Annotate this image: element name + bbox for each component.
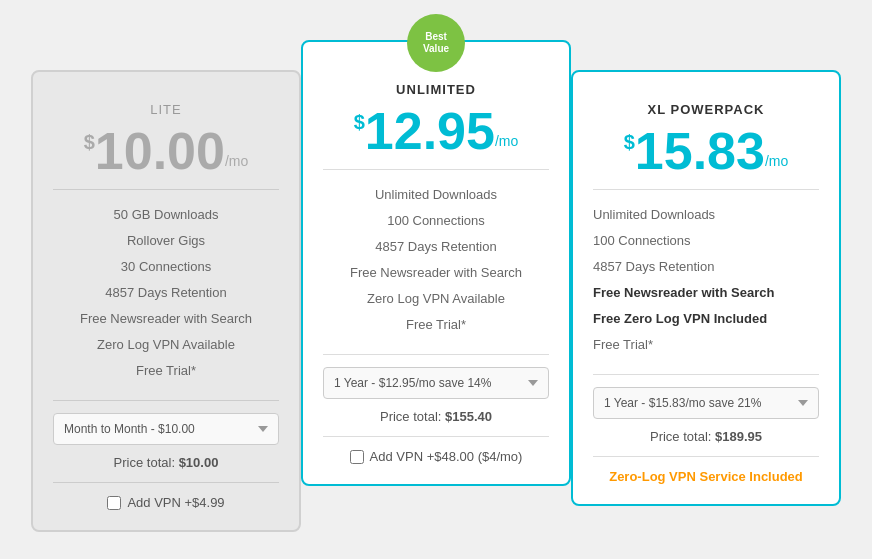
plan-name: LITE [53,102,279,117]
plan-dropdown[interactable]: 1 Year - $15.83/mo save 21% [593,387,819,419]
feature-item: 4857 Days Retention [593,254,819,280]
feature-item: 100 Connections [323,208,549,234]
price-row: $ 10.00 /mo [53,125,279,177]
price-main: 12.95 [365,105,495,157]
price-total-value: $155.40 [445,409,492,424]
best-value-line2: Value [423,43,449,55]
price-dollar: $ [84,131,95,154]
divider-2 [53,400,279,401]
divider [323,169,549,170]
vpn-addon-label: Add VPN +$48.00 ($4/mo) [370,449,523,464]
pricing-container: LITE $ 10.00 /mo 50 GB DownloadsRollover… [0,0,872,559]
feature-item: Free Newsreader with Search [323,260,549,286]
plan-card-xl: XL POWERPACK $ 15.83 /mo Unlimited Downl… [571,70,841,506]
vpn-included-label: Zero-Log VPN Service Included [593,469,819,484]
feature-item: Free Newsreader with Search [53,306,279,332]
price-row: $ 12.95 /mo [323,105,549,157]
price-main: 10.00 [95,125,225,177]
features-list: 50 GB DownloadsRollover Gigs30 Connectio… [53,202,279,384]
price-total-value: $189.95 [715,429,762,444]
divider-3 [53,482,279,483]
feature-item: Unlimited Downloads [323,182,549,208]
best-value-badge: Best Value [407,14,465,72]
price-period: /mo [765,153,788,169]
divider [53,189,279,190]
plan-dropdown[interactable]: Month to Month - $10.00 [53,413,279,445]
price-main: 15.83 [635,125,765,177]
price-dollar: $ [354,111,365,134]
feature-item: 4857 Days Retention [53,280,279,306]
feature-item: Unlimited Downloads [593,202,819,228]
feature-item: 30 Connections [53,254,279,280]
price-period: /mo [225,153,248,169]
feature-item: Free Trial* [53,358,279,384]
feature-item: 100 Connections [593,228,819,254]
price-row: $ 15.83 /mo [593,125,819,177]
plan-name: XL POWERPACK [593,102,819,117]
feature-item: Free Trial* [593,332,819,358]
price-total-value: $10.00 [179,455,219,470]
vpn-checkbox[interactable] [107,496,121,510]
price-total: Price total: $155.40 [323,409,549,424]
feature-item: Rollover Gigs [53,228,279,254]
plan-name: UNLIMITED [323,82,549,97]
vpn-addon: Add VPN +$48.00 ($4/mo) [323,449,549,464]
divider [593,189,819,190]
feature-item: Free Zero Log VPN Included [593,306,819,332]
divider-2 [323,354,549,355]
feature-item: Free Trial* [323,312,549,338]
feature-item: 50 GB Downloads [53,202,279,228]
best-value-line1: Best [425,31,447,43]
divider-2 [593,374,819,375]
vpn-checkbox[interactable] [350,450,364,464]
features-list: Unlimited Downloads100 Connections4857 D… [323,182,549,338]
vpn-addon-label: Add VPN +$4.99 [127,495,224,510]
divider-3 [593,456,819,457]
plan-card-lite: LITE $ 10.00 /mo 50 GB DownloadsRollover… [31,70,301,532]
price-period: /mo [495,133,518,149]
feature-item: Zero Log VPN Available [323,286,549,312]
vpn-addon: Add VPN +$4.99 [53,495,279,510]
price-total: Price total: $189.95 [593,429,819,444]
price-dollar: $ [624,131,635,154]
plan-dropdown[interactable]: 1 Year - $12.95/mo save 14% [323,367,549,399]
divider-3 [323,436,549,437]
price-total: Price total: $10.00 [53,455,279,470]
feature-item: Free Newsreader with Search [593,280,819,306]
plan-card-unlimited: Best Value UNLIMITED $ 12.95 /mo Unlimit… [301,40,571,486]
features-list: Unlimited Downloads100 Connections4857 D… [593,202,819,358]
feature-item: 4857 Days Retention [323,234,549,260]
feature-item: Zero Log VPN Available [53,332,279,358]
